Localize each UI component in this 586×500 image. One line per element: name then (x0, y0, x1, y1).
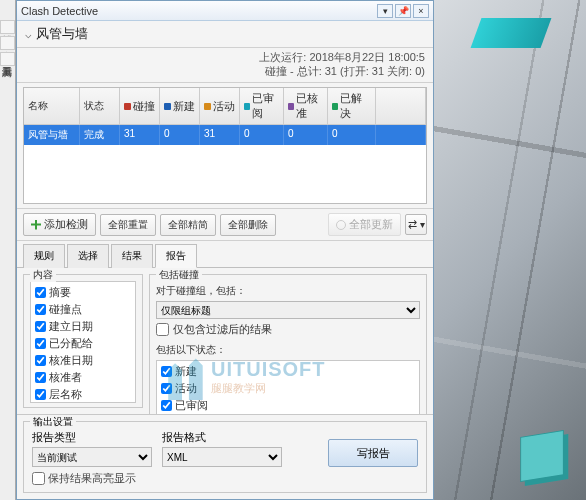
compact-all-button[interactable]: 全部精简 (160, 214, 216, 236)
side-tab[interactable]: 测量工具 (0, 52, 15, 66)
test-header[interactable]: ⌵ 风管与墙 (17, 21, 433, 48)
write-report-button[interactable]: 写报告 (328, 439, 418, 467)
states-list[interactable]: 新建活动已审阅已核准已解决 (156, 360, 420, 414)
content-item-checkbox[interactable] (35, 287, 46, 298)
report-type-select[interactable]: 当前测试 (32, 447, 152, 467)
table-row[interactable]: 风管与墙 完成 31 0 31 0 0 0 (24, 125, 426, 145)
content-legend: 内容 (30, 268, 56, 282)
content-item-checkbox[interactable] (35, 372, 46, 383)
content-item-checkbox[interactable] (35, 338, 46, 349)
group-select[interactable]: 仅限组标题 (156, 301, 420, 319)
content-item-checkbox[interactable] (35, 321, 46, 332)
content-item-checkbox[interactable] (35, 355, 46, 366)
view-cube[interactable] (520, 430, 564, 482)
update-all-button[interactable]: 全部更新 (328, 213, 401, 236)
content-list[interactable]: 摘要碰撞点建立日期已分配给核准日期核准者层名称项目路径项目 ID状态距离说明注释… (30, 281, 136, 403)
dot-icon (332, 103, 338, 110)
state-item-label: 活动 (175, 381, 197, 396)
model-viewport[interactable] (434, 0, 586, 500)
col-approved[interactable]: 已核准 (284, 88, 328, 125)
dot-icon (244, 103, 250, 110)
tab-rules[interactable]: 规则 (23, 244, 65, 268)
report-format-select[interactable]: XML (162, 447, 282, 467)
clash-detective-panel: Clash Detective ▾ 📌 × ⌵ 风管与墙 上次运行: 2018年… (16, 0, 434, 500)
chevron-down-icon: ⌵ (25, 28, 32, 41)
state-item-checkbox[interactable] (161, 400, 172, 411)
state-item-checkbox[interactable] (161, 383, 172, 394)
tests-toolbar: 添加检测 全部重置 全部精简 全部删除 全部更新 ⇄▾ (17, 208, 433, 241)
clash-summary: 碰撞 - 总计: 31 (打开: 31 关闭: 0) (25, 64, 425, 78)
tests-grid: 名称 状态 碰撞 新建 活动 已审阅 已核准 已解决 风管与墙 完成 31 0 … (23, 87, 427, 204)
col-new[interactable]: 新建 (160, 88, 200, 125)
col-status[interactable]: 状态 (80, 88, 120, 125)
cell-status: 完成 (80, 125, 120, 145)
cell-new: 0 (160, 125, 200, 145)
cell-active: 31 (200, 125, 240, 145)
output-fieldset: 输出设置 报告类型 当前测试 报告格式 XML 写报告 保持结果高亮显示 (23, 421, 427, 493)
side-tab[interactable]: 集合 (0, 36, 15, 50)
keep-highlight-label: 保持结果高亮显示 (48, 471, 136, 486)
content-fieldset: 内容 摘要碰撞点建立日期已分配给核准日期核准者层名称项目路径项目 ID状态距离说… (23, 274, 143, 408)
report-type-label: 报告类型 (32, 430, 152, 445)
include-fieldset: 包括碰撞 对于碰撞组，包括： 仅限组标题 仅包含过滤后的结果 包括以下状态： 新… (149, 274, 427, 414)
dot-icon (288, 103, 294, 110)
state-item-checkbox[interactable] (161, 366, 172, 377)
tab-report[interactable]: 报告 (155, 244, 197, 268)
close-button[interactable]: × (413, 4, 429, 18)
cell-reviewed: 0 (240, 125, 284, 145)
titlebar: Clash Detective ▾ 📌 × (17, 1, 433, 21)
cell-clash: 31 (120, 125, 160, 145)
report-format-label: 报告格式 (162, 430, 282, 445)
keep-highlight-checkbox[interactable] (32, 472, 45, 485)
cell-name: 风管与墙 (24, 125, 80, 145)
dot-icon (164, 103, 171, 110)
filter-label: 仅包含过滤后的结果 (173, 322, 272, 337)
import-export-button[interactable]: ⇄▾ (405, 214, 427, 235)
content-item-label: 摘要 (49, 285, 71, 300)
group-label: 对于碰撞组，包括： (156, 284, 420, 298)
col-active[interactable]: 活动 (200, 88, 240, 125)
content-item-label: 建立日期 (49, 319, 93, 334)
content-item-label: 核准者 (49, 370, 82, 385)
dot-icon (124, 103, 131, 110)
state-item-label: 新建 (175, 364, 197, 379)
side-tab[interactable]: 选择树 (0, 20, 15, 34)
transfer-icon: ⇄ (408, 218, 417, 231)
reset-all-button[interactable]: 全部重置 (100, 214, 156, 236)
dock-button[interactable]: ▾ (377, 4, 393, 18)
grid-header: 名称 状态 碰撞 新建 活动 已审阅 已核准 已解决 (24, 88, 426, 125)
content-item-label: 核准日期 (49, 353, 93, 368)
content-item-checkbox[interactable] (35, 389, 46, 400)
plus-icon (31, 220, 41, 230)
output-legend: 输出设置 (30, 415, 76, 429)
model-geometry (471, 18, 552, 48)
delete-all-button[interactable]: 全部删除 (220, 214, 276, 236)
states-label: 包括以下状态： (156, 343, 420, 357)
test-name: 风管与墙 (36, 25, 88, 43)
tab-select[interactable]: 选择 (67, 244, 109, 268)
refresh-icon (336, 220, 346, 230)
window-title: Clash Detective (21, 5, 98, 17)
content-item-label: 碰撞点 (49, 302, 82, 317)
cell-approved: 0 (284, 125, 328, 145)
side-tab-strip: 选择树 集合 测量工具 (0, 0, 16, 500)
filter-checkbox[interactable] (156, 323, 169, 336)
col-clash[interactable]: 碰撞 (120, 88, 160, 125)
cell-resolved: 0 (328, 125, 376, 145)
include-legend: 包括碰撞 (156, 268, 202, 282)
content-item-label: 已分配给 (49, 336, 93, 351)
col-name[interactable]: 名称 (24, 88, 80, 125)
content-item-checkbox[interactable] (35, 304, 46, 315)
col-resolved[interactable]: 已解决 (328, 88, 376, 125)
col-reviewed[interactable]: 已审阅 (240, 88, 284, 125)
grid-empty (24, 145, 426, 203)
test-meta: 上次运行: 2018年8月22日 18:00:5 碰撞 - 总计: 31 (打开… (17, 48, 433, 83)
state-item-label: 已审阅 (175, 398, 208, 413)
add-test-button[interactable]: 添加检测 (23, 213, 96, 236)
dot-icon (204, 103, 211, 110)
pin-button[interactable]: 📌 (395, 4, 411, 18)
tab-results[interactable]: 结果 (111, 244, 153, 268)
content-item-label: 层名称 (49, 387, 82, 402)
last-run: 上次运行: 2018年8月22日 18:00:5 (25, 50, 425, 64)
tabstrip: 规则 选择 结果 报告 (17, 243, 433, 268)
